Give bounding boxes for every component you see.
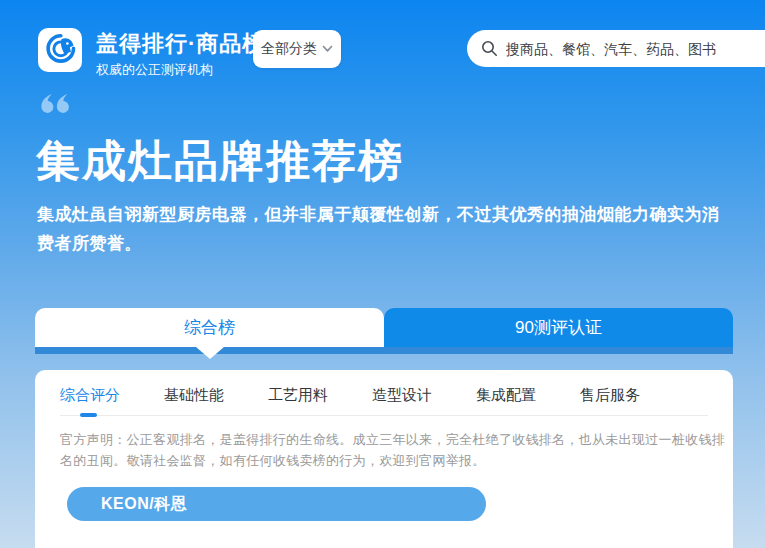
brand-rank-item[interactable]: KEON/科恩 <box>67 487 486 521</box>
active-subtab-underline <box>80 413 97 417</box>
site-subtitle: 权威的公正测评机构 <box>96 61 265 79</box>
tab-90-certification[interactable]: 90测评认证 <box>384 308 733 347</box>
brand-text-block: 盖得排行·商品榜 权威的公正测评机构 <box>96 31 265 79</box>
subtab-materials[interactable]: 工艺用料 <box>268 385 328 405</box>
site-title: 盖得排行·商品榜 <box>96 31 265 57</box>
subtab-divider <box>60 415 708 416</box>
main-tabs: 综合榜 90测评认证 <box>35 308 733 347</box>
subtab-integration[interactable]: 集成配置 <box>476 385 536 405</box>
subtab-overall-score[interactable]: 综合评分 <box>60 385 120 405</box>
search-input[interactable] <box>506 41 765 57</box>
subtab-after-sales[interactable]: 售后服务 <box>580 385 640 405</box>
score-subtabs: 综合评分 基础性能 工艺用料 造型设计 集成配置 售后服务 <box>60 385 640 405</box>
subtab-design[interactable]: 造型设计 <box>372 385 432 405</box>
tab-overall-ranking[interactable]: 综合榜 <box>35 308 384 347</box>
lion-icon <box>42 30 78 70</box>
tab-overall-ranking-label: 综合榜 <box>184 318 235 337</box>
content-card: 综合评分 基础性能 工艺用料 造型设计 集成配置 售后服务 官方声明：公正客观排… <box>35 370 733 548</box>
official-statement: 官方声明：公正客观排名，是盖得排行的生命线。成立三年以来，完全杜绝了收钱排名，也… <box>60 429 725 471</box>
tab-90-certification-label: 90测评认证 <box>515 318 602 337</box>
subtab-basic-performance[interactable]: 基础性能 <box>164 385 224 405</box>
page-description: 集成灶虽自诩新型厨房电器，但并非属于颠覆性创新，不过其优秀的抽油烟能力确实为消费… <box>37 200 729 258</box>
search-bar[interactable] <box>467 30 765 67</box>
active-tab-notch <box>196 347 224 359</box>
chevron-down-icon <box>322 45 333 53</box>
tab-strip <box>35 347 733 354</box>
brand-logo[interactable] <box>38 28 82 72</box>
search-icon <box>481 40 498 57</box>
all-categories-button[interactable]: 全部分类 <box>253 30 341 68</box>
all-categories-label: 全部分类 <box>261 40 317 58</box>
brand-rank-label: KEON/科恩 <box>101 494 187 515</box>
page: 盖得排行·商品榜 权威的公正测评机构 全部分类 集成灶品牌推荐榜 集成灶虽自诩新… <box>0 0 765 548</box>
double-quote-icon <box>40 94 71 120</box>
page-title: 集成灶品牌推荐榜 <box>36 136 404 186</box>
